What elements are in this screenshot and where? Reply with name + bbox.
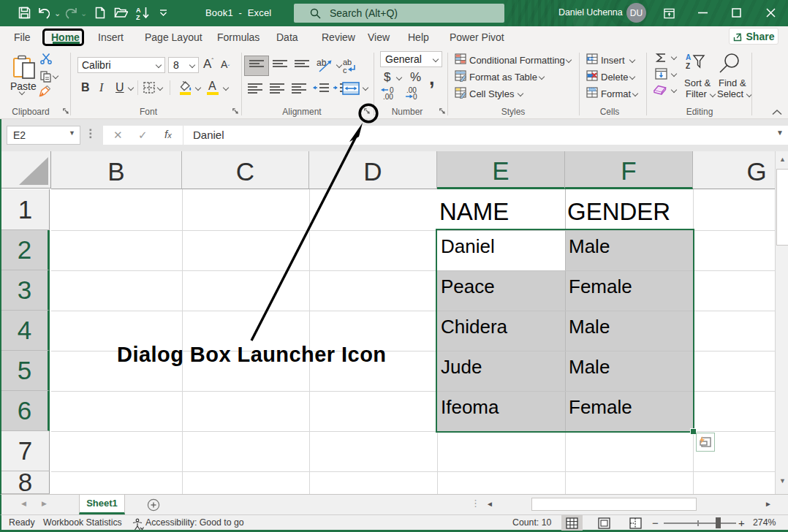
svg-text:0: 0: [413, 93, 417, 99]
svg-text:Z: Z: [686, 62, 690, 70]
svg-text:A: A: [686, 53, 691, 61]
svg-text:c: c: [343, 66, 347, 75]
svg-text:Z: Z: [136, 14, 140, 20]
svg-text:A: A: [136, 7, 141, 14]
svg-text:.00: .00: [383, 93, 393, 99]
